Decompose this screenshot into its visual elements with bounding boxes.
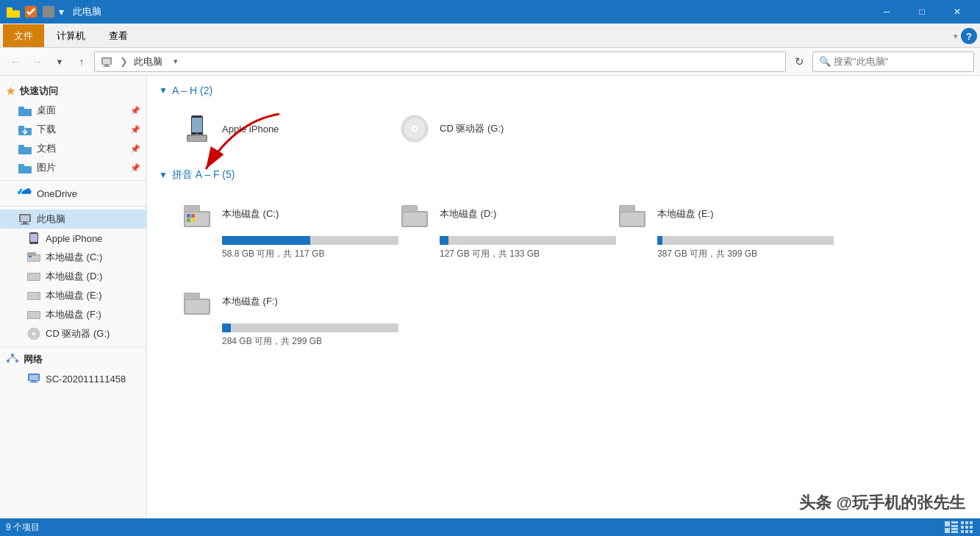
drive-d-icon xyxy=(397,196,432,232)
documents-folder-icon xyxy=(18,141,32,156)
title-bar-title: 此电脑 xyxy=(73,5,101,18)
forward-button[interactable]: → xyxy=(28,52,47,71)
sidebar-item-documents[interactable]: 文档 📌 xyxy=(0,139,146,158)
help-button[interactable]: ? xyxy=(961,28,977,44)
back-button[interactable]: ← xyxy=(6,52,25,71)
section-pinyin-toggle[interactable]: ▼ xyxy=(159,170,168,180)
drive-c-name: 本地磁盘 (C:) xyxy=(222,207,279,221)
addr-dropdown-icon[interactable]: ▾ xyxy=(168,57,183,66)
cd-drive-item[interactable]: CD 驱动器 (G:) xyxy=(391,105,597,157)
svg-rect-87 xyxy=(961,530,964,533)
sidebar-item-onedrive[interactable]: OneDrive xyxy=(0,184,146,203)
tab-file[interactable]: 文件 xyxy=(3,24,44,47)
iphone-drive-icon xyxy=(179,111,215,146)
grid-view-icon[interactable] xyxy=(961,521,974,533)
tab-computer[interactable]: 计算机 xyxy=(46,24,96,47)
view-toggle-icon[interactable] xyxy=(945,521,958,533)
sidebar-iphone-label: Apple iPhone xyxy=(46,233,102,244)
svg-rect-26 xyxy=(27,252,36,256)
computer-icon xyxy=(101,56,112,68)
pictures-folder-icon xyxy=(18,160,32,175)
close-button[interactable]: ✕ xyxy=(940,0,974,24)
sidebar-item-c[interactable]: 本地磁盘 (C:) xyxy=(0,248,146,267)
sidebar-onedrive-label: OneDrive xyxy=(37,188,77,199)
sidebar-item-cd[interactable]: CD 驱动器 (G:) xyxy=(0,324,146,343)
address-path[interactable]: ❯ 此电脑 ▾ xyxy=(94,51,786,72)
maximize-button[interactable]: □ xyxy=(905,0,939,24)
svg-rect-57 xyxy=(185,206,199,212)
section-ah-items: Apple iPhone CD 驱动器 (G:) xyxy=(159,105,968,157)
network-header[interactable]: 网络 xyxy=(0,350,146,369)
svg-rect-86 xyxy=(970,526,973,529)
svg-rect-44 xyxy=(29,382,38,383)
drive-e-info: 387 GB 可用，共 399 GB xyxy=(657,248,757,260)
svg-rect-75 xyxy=(945,521,950,526)
addr-text: 此电脑 xyxy=(134,55,162,68)
sidebar-item-downloads-label: 下载 xyxy=(37,123,56,136)
status-bar: 9 个项目 xyxy=(0,518,980,536)
section-ah-header[interactable]: ▼ A – H (2) xyxy=(159,85,968,96)
svg-rect-83 xyxy=(970,521,973,524)
svg-point-38 xyxy=(15,360,18,362)
svg-rect-79 xyxy=(951,528,958,530)
up-button[interactable]: ↑ xyxy=(72,52,91,71)
sidebar-item-desktop-label: 桌面 xyxy=(37,104,56,117)
sidebar-c-label: 本地磁盘 (C:) xyxy=(46,251,102,264)
sidebar-item-thispc[interactable]: 此电脑 xyxy=(0,210,146,229)
sidebar-item-e[interactable]: 本地磁盘 (E:) xyxy=(0,286,146,305)
drive-f-bar-container xyxy=(222,324,398,332)
svg-rect-14 xyxy=(18,147,32,154)
drive-d-name: 本地磁盘 (D:) xyxy=(440,207,496,221)
drive-f-item[interactable]: 本地磁盘 (F:) 284 GB 可用，共 299 GB xyxy=(174,278,379,354)
drive-c-item[interactable]: 本地磁盘 (C:) 58.8 GB 可用，共 117 GB xyxy=(174,190,379,266)
search-input[interactable] xyxy=(834,56,951,67)
quick-access-icon xyxy=(41,4,56,19)
svg-rect-78 xyxy=(945,528,950,533)
sidebar-item-d[interactable]: 本地磁盘 (D:) xyxy=(0,267,146,286)
tab-view[interactable]: 查看 xyxy=(98,24,139,47)
svg-rect-73 xyxy=(185,293,199,299)
svg-rect-9 xyxy=(18,109,32,116)
network-pc-icon xyxy=(26,371,41,386)
quick-access-label: 快速访问 xyxy=(20,85,58,98)
drive-d-bar-container xyxy=(440,236,616,245)
svg-rect-18 xyxy=(21,215,29,221)
drive-e-small-icon xyxy=(26,288,41,303)
drive-c-bar xyxy=(222,236,310,245)
svg-rect-60 xyxy=(187,218,190,222)
drive-e-item[interactable]: 本地磁盘 (E:) 387 GB 可用，共 399 GB xyxy=(609,190,815,266)
download-folder-icon xyxy=(18,122,32,137)
drive-d-item[interactable]: 本地磁盘 (D:) 127 GB 可用，共 133 GB xyxy=(391,190,597,266)
sidebar-f-label: 本地磁盘 (F:) xyxy=(46,308,101,321)
sidebar-item-downloads[interactable]: 下载 📌 xyxy=(0,120,146,139)
search-box[interactable]: 🔍 xyxy=(812,51,974,72)
drive-e-icon xyxy=(615,196,650,232)
svg-rect-85 xyxy=(965,526,968,529)
sidebar-cd-label: CD 驱动器 (G:) xyxy=(46,327,110,340)
sidebar-item-network-pc[interactable]: SC-202011111458 xyxy=(0,369,146,388)
sidebar: ★ 快速访问 桌面 📌 下载 📌 文档 📌 xyxy=(0,76,147,519)
sidebar-item-iphone[interactable]: Apple iPhone xyxy=(0,229,146,248)
section-ah-toggle[interactable]: ▼ xyxy=(159,85,168,96)
drive-d-info: 127 GB 可用，共 133 GB xyxy=(440,248,540,260)
content-area: ▼ A – H (2) xyxy=(147,76,980,519)
dropdown-button[interactable]: ▼ xyxy=(50,52,69,71)
refresh-button[interactable]: ↻ xyxy=(789,51,809,72)
section-pinyin-header[interactable]: ▼ 拼音 A – F (5) xyxy=(159,168,968,182)
title-bar: ▾ 此电脑 ─ □ ✕ xyxy=(0,0,980,24)
svg-rect-89 xyxy=(970,530,973,533)
apple-iphone-item[interactable]: Apple iPhone xyxy=(174,105,379,157)
sidebar-divider-1 xyxy=(0,180,146,181)
svg-rect-22 xyxy=(30,234,37,242)
sidebar-item-pictures[interactable]: 图片 📌 xyxy=(0,158,146,177)
sidebar-d-label: 本地磁盘 (D:) xyxy=(46,270,102,283)
drive-c-small-icon xyxy=(26,250,41,265)
quick-access-header[interactable]: ★ 快速访问 xyxy=(0,82,146,101)
minimize-button[interactable]: ─ xyxy=(870,0,904,24)
sidebar-item-f[interactable]: 本地磁盘 (F:) xyxy=(0,305,146,324)
main-layout: ★ 快速访问 桌面 📌 下载 📌 文档 📌 xyxy=(0,76,980,519)
drive-e-bar-container xyxy=(657,236,834,245)
sidebar-item-desktop[interactable]: 桌面 📌 xyxy=(0,101,146,120)
title-bar-controls[interactable]: ─ □ ✕ xyxy=(870,0,974,24)
svg-rect-80 xyxy=(951,531,958,533)
